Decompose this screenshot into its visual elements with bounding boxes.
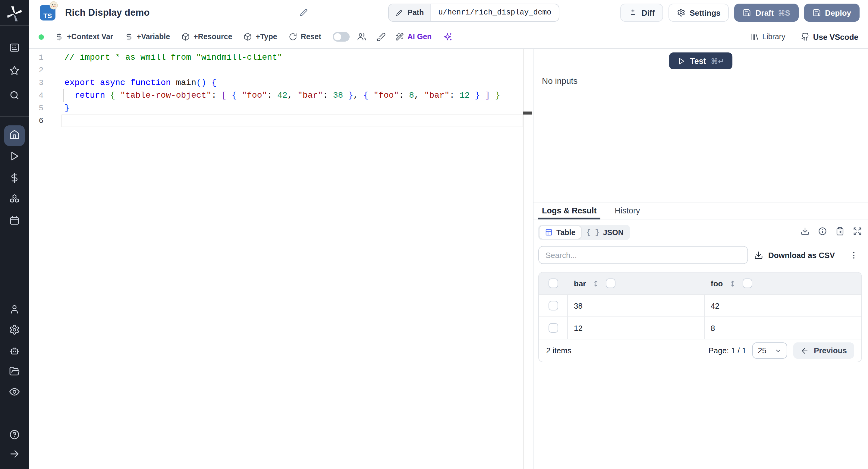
code-valid-indicator [38,34,44,39]
row-checkbox[interactable] [548,301,558,310]
format-code-button[interactable] [376,32,386,41]
sidebar-divider [0,116,29,117]
windmill-logo-icon[interactable] [7,6,22,22]
editor-overview-cursor-mark [523,112,532,115]
cell-foo: 8 [705,317,861,339]
sidebar-item-help[interactable] [4,426,25,446]
view-json-button[interactable]: { } JSON [581,226,629,239]
download-csv-label: Download as CSV [768,250,835,259]
sidebar-item-folders[interactable] [4,362,25,383]
column-filter-checkbox[interactable] [743,279,752,288]
info-icon[interactable] [818,227,827,238]
draft-shortcut: ⌘S [778,8,790,17]
view-table-button[interactable]: Table [539,226,581,239]
code-line[interactable]: return { "table-row-object": [ { "foo": … [64,89,533,102]
ai-gen-button[interactable]: AI Gen [396,33,432,41]
diff-button[interactable]: Diff [621,4,663,22]
table-header: bar foo [539,273,861,294]
no-inputs-text: No inputs [542,76,578,86]
add-context-var-button[interactable]: +Context Var [55,33,113,41]
page-size-value: 25 [758,346,767,355]
code-line[interactable]: // import * as wmill from "windmill-clie… [64,51,533,64]
column-filter-checkbox[interactable] [606,279,615,288]
page-indicator: Page: 1 / 1 [708,346,746,355]
download-icon [754,250,764,259]
sidebar-item-runs[interactable] [4,147,25,167]
sidebar-item-search[interactable] [4,86,25,107]
use-vscode-button[interactable]: Use VScode [801,32,858,41]
column-header-foo[interactable]: foo [711,279,723,288]
deploy-button[interactable]: Deploy [804,4,860,22]
download-csv-button[interactable]: Download as CSV [754,250,835,259]
reset-button[interactable]: Reset [289,33,321,41]
draft-label: Draft [755,8,774,17]
previous-page-button[interactable]: Previous [793,342,854,359]
sort-icon[interactable] [729,279,737,287]
page-size-select[interactable]: 25 [752,342,787,359]
sidebar-item-settings[interactable] [4,321,25,341]
draft-button[interactable]: Draft ⌘S [735,4,799,22]
search-icon [9,90,20,103]
test-button[interactable]: Test ⌘↵ [669,53,733,69]
multiplayer-toggle[interactable] [333,32,350,41]
tab-history[interactable]: History [611,203,644,219]
download-result-icon[interactable] [801,227,809,238]
arrow-right-icon [9,448,20,462]
line-number: 1 [29,51,43,64]
sidebar-item-workers[interactable] [4,342,25,362]
search-input[interactable] [538,246,748,264]
table-icon [545,228,553,236]
gear-icon [9,324,20,338]
cell-bar: 12 [568,317,705,339]
use-vscode-label: Use VScode [813,32,858,41]
result-panel: Logs & Result History Table { } JSON [533,203,868,469]
code-line[interactable]: export async function main() { [64,76,533,89]
run-panel: Test ⌘↵ No inputs [533,49,868,203]
multiplayer-users-button[interactable] [357,32,367,41]
row-checkbox[interactable] [548,323,558,333]
sidebar-item-variables[interactable] [4,169,25,189]
column-header-bar[interactable]: bar [574,279,586,288]
result-table: bar foo 3842128 2 i [538,272,862,362]
header: TS Rich Display demo Path u/henri/rich_d… [29,0,868,25]
table-menu-button[interactable] [849,250,858,259]
add-resource-button[interactable]: +Resource [181,33,232,41]
edit-title-button[interactable] [298,7,310,19]
package-icon [244,33,252,41]
sidebar-item-home[interactable] [4,125,25,146]
window: TS Rich Display demo Path u/henri/rich_d… [0,0,868,469]
code-line[interactable] [64,115,533,127]
arrow-left-icon [801,346,809,355]
sidebar-item-apps[interactable] [4,39,25,59]
sidebar-item-users[interactable] [4,300,25,321]
expand-result-icon[interactable] [853,227,862,238]
items-count: 2 items [546,346,571,355]
ai-assistant-button[interactable] [443,32,453,41]
add-variable-button[interactable]: +Variable [125,33,170,41]
tab-logs-result[interactable]: Logs & Result [538,203,600,219]
sort-icon[interactable] [592,279,600,287]
sidebar-item-schedules[interactable] [4,212,25,232]
apps-icon [9,42,20,56]
settings-button[interactable]: Settings [669,4,729,22]
table-row: 128 [539,316,861,339]
sidebar-item-favorites[interactable] [4,61,25,82]
right-panel: Test ⌘↵ No inputs Logs & Result History [533,49,868,469]
copy-result-icon[interactable] [835,227,844,238]
sidebar-item-expand[interactable] [4,445,25,465]
code-line[interactable] [64,64,533,76]
sidebar-item-audit-logs[interactable] [4,383,25,403]
sidebar [0,0,29,469]
sidebar-item-resources[interactable] [4,190,25,210]
code-editor[interactable]: 123456 // import * as wmill from "windmi… [29,49,533,469]
sparkles-icon [443,32,453,41]
library-icon [750,33,758,41]
chevron-down-icon [775,347,782,354]
select-all-checkbox[interactable] [549,279,558,288]
path-button[interactable]: Path u/henri/rich_display_demo [388,4,559,22]
library-button[interactable]: Library [750,33,785,41]
code-line[interactable]: } [64,102,533,115]
library-label: Library [762,33,785,41]
add-type-button[interactable]: +Type [244,33,277,41]
robot-icon [9,345,20,359]
